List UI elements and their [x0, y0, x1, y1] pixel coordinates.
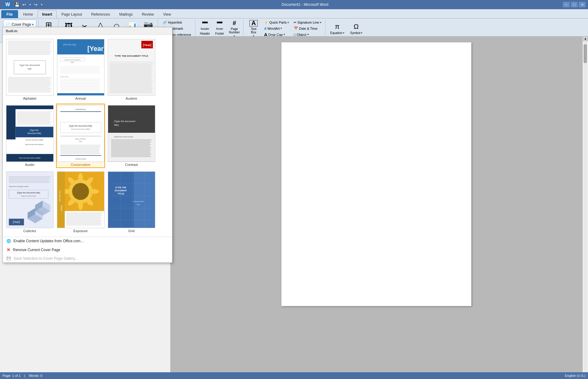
contrast-name: Contrast	[125, 163, 138, 167]
svg-rect-135	[111, 145, 149, 146]
tab-mailings[interactable]: Mailings	[115, 10, 137, 18]
undo-button[interactable]: ↩	[21, 2, 28, 8]
textbox-icon: A	[249, 20, 258, 27]
signatureline-button[interactable]: ✏ Signature Line ▾	[292, 20, 323, 25]
tab-view[interactable]: View	[159, 10, 176, 18]
coverpage-cubicles[interactable]: [Type the document title] [Type the auth…	[5, 170, 54, 234]
footer-icon: ▬footer	[216, 18, 223, 31]
gallery-scroll[interactable]: Type the document title	[3, 35, 172, 237]
quick-access-dropdown[interactable]: ▾	[40, 2, 43, 8]
quickparts-button[interactable]: ⚡ Quick Parts ▾	[262, 20, 291, 25]
svg-rect-64	[109, 70, 151, 70]
austin-thumb: [Type the document title] Type the docum…	[6, 105, 54, 162]
save-button[interactable]: 💾	[13, 2, 20, 8]
svg-text:Type the document: Type the document	[19, 64, 40, 67]
cubicles-name: Cubicles	[23, 229, 36, 233]
datetime-button[interactable]: 📅 Date & Time	[292, 26, 323, 31]
coverpage-conservative[interactable]: CONFIDENTIAL [Type the document title] […	[56, 104, 105, 168]
scrollbar-track[interactable]	[584, 41, 587, 374]
alphabet-thumb: Type the document title	[6, 39, 54, 96]
contrast-thumb: [Type the document title] [Type the curr…	[108, 105, 155, 162]
svg-rect-186	[66, 220, 101, 220]
word-logo: W	[4, 1, 12, 8]
svg-rect-52	[57, 93, 104, 95]
tab-pagelayout[interactable]: Page Layout	[57, 10, 86, 18]
tab-review[interactable]: Review	[137, 10, 158, 18]
wordart-arrow: ▾	[281, 27, 282, 30]
tab-file[interactable]: File	[1, 10, 18, 18]
svg-rect-28	[8, 90, 50, 91]
austin-name: Austin	[25, 163, 35, 167]
enable-updates-option[interactable]: 🌐 Enable Content Updates from Office.com…	[3, 237, 172, 245]
svg-rect-96	[17, 114, 51, 115]
undo-dropdown[interactable]: ▾	[28, 2, 32, 8]
minimize-button[interactable]: ─	[563, 2, 570, 7]
pagenumber-icon: #	[233, 20, 236, 27]
footer-button[interactable]: ▬footer Footer ▾	[213, 20, 227, 37]
document-page	[281, 42, 471, 306]
symbol-button[interactable]: Ω Symbol ▾	[347, 20, 365, 37]
svg-rect-21	[8, 82, 50, 82]
svg-rect-71	[109, 78, 152, 79]
svg-text:title]: title]	[114, 124, 118, 126]
hyperlink-button[interactable]: 🔗 Hyperlink	[160, 20, 193, 25]
quick-access-toolbar: W 💾 ↩ ▾ ↪ ▾	[2, 1, 45, 8]
svg-rect-46	[60, 83, 99, 84]
svg-rect-61	[109, 66, 153, 67]
coverpage-alphabet[interactable]: Type the document title	[5, 37, 54, 102]
conservative-thumb: CONFIDENTIAL [Type the document title] […	[57, 105, 104, 162]
header-button[interactable]: ▬header Header ▾	[198, 20, 212, 37]
coverpage-annual[interactable]: [Year] [Pub-the-day] [Type the document …	[56, 37, 105, 102]
equation-button[interactable]: π Equation ▾	[328, 20, 346, 37]
svg-rect-137	[111, 148, 151, 148]
svg-text:[Type the author here]: [Type the author here]	[21, 195, 36, 197]
gallery-grid: Type the document title	[5, 37, 170, 234]
symbol-icon: Ω	[354, 23, 359, 31]
svg-rect-141	[111, 153, 150, 153]
svg-rect-47	[60, 85, 101, 85]
redo-button[interactable]: ↪	[32, 2, 39, 8]
svg-rect-5	[8, 44, 49, 45]
svg-text:Date: Date	[79, 141, 82, 142]
svg-text:[Type the document title]: [Type the document title]	[69, 125, 92, 127]
tab-insert[interactable]: Insert	[38, 10, 57, 18]
svg-text:Type title here: Type title here	[58, 190, 60, 202]
coverpage-austere[interactable]: [Year] TYPE THE DOCUMENT TITLE	[107, 37, 156, 102]
coverpage-austin[interactable]: [Type the document title] Type the docum…	[5, 104, 54, 168]
svg-rect-8	[8, 48, 50, 49]
svg-rect-38	[60, 68, 99, 69]
remove-cover-option[interactable]: ✕ Remove Current Cover Page	[3, 245, 172, 255]
svg-rect-188	[66, 222, 100, 223]
austere-thumb: [Year] TYPE THE DOCUMENT TITLE	[108, 39, 155, 96]
svg-rect-44	[60, 80, 99, 81]
header-label: Header	[200, 32, 210, 35]
remove-cover-icon: ✕	[6, 247, 10, 253]
scroll-up-button[interactable]: ▲	[583, 36, 588, 41]
hyperlink-label: Hyperlink	[168, 21, 182, 24]
svg-rect-103	[17, 122, 50, 123]
coverpage-contrast[interactable]: [Type the document title] [Type the curr…	[107, 104, 156, 168]
svg-text:Type here...: Type here...	[60, 76, 70, 78]
svg-rect-100	[17, 119, 51, 120]
close-button[interactable]: ✕	[579, 2, 586, 7]
maximize-button[interactable]: □	[571, 2, 578, 7]
wordart-button[interactable]: A WordArt ▾	[262, 26, 291, 31]
svg-rect-23	[8, 84, 50, 85]
svg-rect-85	[6, 105, 53, 109]
tab-home[interactable]: Home	[19, 10, 38, 18]
scrollbar-thumb[interactable]	[584, 44, 587, 63]
pagenumber-button[interactable]: # PageNumber ▾	[227, 20, 241, 37]
coverpage-exposure[interactable]: [Year] Type title here	[56, 170, 105, 234]
tab-references[interactable]: References	[87, 10, 115, 18]
svg-rect-78	[109, 86, 151, 87]
textbox-button[interactable]: A TextBox ▾	[246, 20, 261, 37]
svg-text:[Year]: [Year]	[143, 43, 151, 47]
svg-rect-125	[108, 105, 155, 133]
vertical-scrollbar[interactable]: ▲ ▼	[582, 36, 588, 379]
svg-rect-158	[9, 176, 51, 177]
coverpage-icon: 📄	[6, 22, 10, 27]
svg-rect-82	[109, 91, 151, 92]
svg-rect-74	[109, 82, 152, 82]
coverpage-grid[interactable]: [TYPE THE DOCUMENT TITLE] Company Name D…	[107, 170, 156, 234]
svg-rect-45	[60, 82, 100, 82]
